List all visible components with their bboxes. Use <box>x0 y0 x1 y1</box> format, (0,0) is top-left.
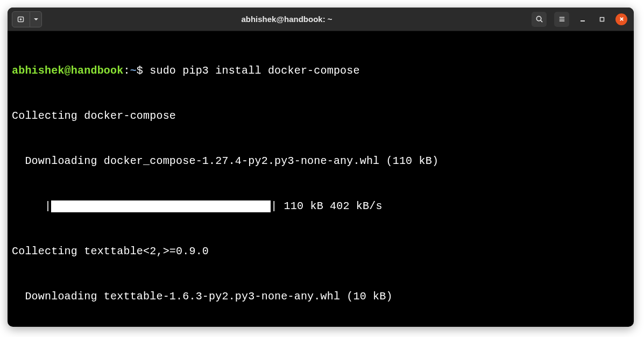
maximize-icon <box>599 16 605 23</box>
prompt-line: abhishek@handbook:~$ sudo pip3 install d… <box>12 63 629 78</box>
tab-dropdown-button[interactable] <box>30 11 42 27</box>
prompt-path: ~ <box>130 64 137 77</box>
progress-suffix: | 110 kB 402 kB/s <box>271 199 382 214</box>
minimize-button[interactable] <box>577 13 589 25</box>
titlebar: abhishek@handbook: ~ <box>8 8 634 31</box>
hamburger-icon <box>558 15 566 23</box>
new-tab-icon <box>17 15 25 24</box>
minimize-icon <box>579 16 586 23</box>
new-tab-button[interactable] <box>12 11 30 27</box>
prompt-colon: : <box>123 64 130 77</box>
prompt-user-host: abhishek@handbook <box>12 64 123 77</box>
search-button[interactable] <box>532 12 547 27</box>
output-line: Downloading docker_compose-1.27.4-py2.py… <box>12 154 629 169</box>
progress-line: || 110 kB 402 kB/s <box>12 199 629 214</box>
progress-prefix: | <box>12 199 51 214</box>
titlebar-left-group <box>12 11 42 27</box>
output-line: Downloading texttable-1.6.3-py2.py3-none… <box>12 289 629 304</box>
titlebar-right-group <box>532 12 629 27</box>
maximize-button[interactable] <box>596 13 608 25</box>
terminal-window: abhishek@handbook: ~ <box>8 8 634 327</box>
menu-button[interactable] <box>554 12 569 27</box>
close-icon <box>619 16 625 22</box>
svg-rect-9 <box>600 17 604 21</box>
terminal-content[interactable]: abhishek@handbook:~$ sudo pip3 install d… <box>8 31 634 327</box>
close-button[interactable] <box>615 13 627 25</box>
window-title: abhishek@handbook: ~ <box>42 15 532 24</box>
search-icon <box>535 15 543 23</box>
output-line: Collecting texttable<2,>=0.9.0 <box>12 244 629 259</box>
svg-point-3 <box>536 16 541 20</box>
command-text: sudo pip3 install docker-compose <box>143 64 360 77</box>
prompt-dollar: $ <box>137 64 143 77</box>
output-line: Collecting docker-compose <box>12 109 629 124</box>
chevron-down-icon <box>33 17 39 22</box>
progress-bar <box>51 200 271 212</box>
svg-line-4 <box>540 20 542 22</box>
